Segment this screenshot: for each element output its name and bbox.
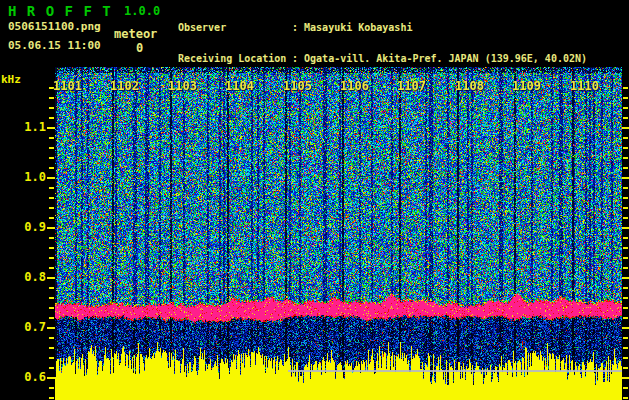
freq-tick-minor	[623, 157, 628, 159]
freq-tick-major	[47, 127, 55, 129]
hrofft-screen: H R O F F T 1.0.0 0506151100.png meteor …	[0, 0, 629, 400]
freq-tick-minor	[623, 167, 628, 169]
freq-tick-minor	[623, 257, 628, 259]
freq-tick-minor	[49, 317, 54, 319]
freq-tick-minor	[623, 97, 628, 99]
freq-tick-minor	[623, 357, 628, 359]
freq-tick-minor	[49, 197, 54, 199]
freq-label-1p0: 1.0	[0, 171, 46, 184]
freq-tick-minor	[623, 247, 628, 249]
info-value: Masayuki Kobayashi	[304, 23, 412, 33]
freq-tick-minor	[49, 207, 54, 209]
freq-label-0p9: 0.9	[0, 221, 46, 234]
freq-tick-minor	[623, 217, 628, 219]
app-version: 1.0.0	[124, 4, 160, 18]
freq-tick-major	[47, 177, 55, 179]
freq-label-0p7: 0.7	[0, 321, 46, 334]
freq-tick-minor	[49, 307, 54, 309]
mode-label: meteor	[114, 27, 157, 41]
freq-tick-minor	[623, 107, 628, 109]
info-separator: :	[292, 23, 304, 33]
freq-tick-major	[622, 377, 629, 379]
time-label-1101: 1101	[53, 79, 82, 93]
freq-tick-minor	[623, 347, 628, 349]
freq-tick-minor	[49, 97, 54, 99]
freq-tick-minor	[49, 297, 54, 299]
freq-tick-minor	[623, 137, 628, 139]
info-label: Observer	[178, 23, 292, 33]
freq-tick-minor	[623, 367, 628, 369]
freq-tick-minor	[623, 337, 628, 339]
freq-tick-minor	[49, 237, 54, 239]
freq-tick-minor	[623, 397, 628, 399]
freq-label-1p1: 1.1	[0, 121, 46, 134]
freq-tick-minor	[623, 387, 628, 389]
app-title: H R O F F T	[8, 3, 112, 19]
freq-tick-major	[622, 227, 629, 229]
freq-axis-unit: kHz	[1, 73, 21, 86]
datetime-label: 05.06.15 11:00	[8, 39, 101, 52]
info-row-observer: Observer: Masayuki Kobayashi	[178, 23, 587, 33]
freq-tick-minor	[623, 267, 628, 269]
time-label-1104: 1104	[225, 79, 254, 93]
freq-tick-minor	[49, 337, 54, 339]
freq-tick-major	[622, 327, 629, 329]
freq-tick-minor	[49, 267, 54, 269]
info-value: Ogata-vill. Akita-Pref. JAPAN (139.96E, …	[304, 54, 587, 64]
freq-tick-minor	[49, 397, 54, 399]
freq-tick-minor	[49, 347, 54, 349]
freq-tick-major	[47, 327, 55, 329]
freq-tick-major	[47, 277, 55, 279]
freq-tick-minor	[623, 237, 628, 239]
freq-tick-minor	[49, 357, 54, 359]
freq-tick-minor	[49, 247, 54, 249]
freq-tick-minor	[623, 147, 628, 149]
time-label-1108: 1108	[455, 79, 484, 93]
info-row-location: Receiving Location: Ogata-vill. Akita-Pr…	[178, 54, 587, 64]
freq-tick-minor	[49, 107, 54, 109]
freq-tick-major	[622, 127, 629, 129]
time-label-1107: 1107	[397, 79, 426, 93]
freq-tick-minor	[49, 257, 54, 259]
freq-tick-minor	[49, 117, 54, 119]
freq-tick-minor	[49, 147, 54, 149]
spectrogram-canvas	[55, 67, 622, 400]
time-label-1105: 1105	[283, 79, 312, 93]
freq-tick-minor	[623, 287, 628, 289]
freq-tick-minor	[49, 287, 54, 289]
freq-tick-minor	[623, 187, 628, 189]
freq-tick-minor	[49, 217, 54, 219]
freq-tick-major	[47, 227, 55, 229]
freq-tick-minor	[623, 117, 628, 119]
freq-tick-major	[47, 377, 55, 379]
freq-tick-minor	[49, 157, 54, 159]
freq-tick-minor	[49, 187, 54, 189]
freq-tick-major	[622, 177, 629, 179]
info-label: Receiving Location	[178, 54, 292, 64]
time-label-1110: 1110	[570, 79, 599, 93]
freq-tick-major	[622, 277, 629, 279]
time-label-1103: 1103	[168, 79, 197, 93]
freq-tick-minor	[623, 297, 628, 299]
time-label-1109: 1109	[512, 79, 541, 93]
freq-tick-minor	[49, 387, 54, 389]
info-separator: :	[292, 54, 304, 64]
freq-tick-minor	[623, 307, 628, 309]
freq-tick-minor	[49, 367, 54, 369]
freq-tick-minor	[623, 197, 628, 199]
freq-label-0p8: 0.8	[0, 271, 46, 284]
freq-label-0p6: 0.6	[0, 371, 46, 384]
meteor-count: 0	[136, 41, 143, 55]
time-label-1102: 1102	[110, 79, 139, 93]
freq-tick-minor	[623, 317, 628, 319]
freq-tick-minor	[49, 137, 54, 139]
freq-tick-minor	[623, 87, 628, 89]
output-filename: 0506151100.png	[8, 20, 101, 33]
freq-tick-minor	[49, 167, 54, 169]
freq-tick-minor	[623, 207, 628, 209]
time-label-1106: 1106	[340, 79, 369, 93]
